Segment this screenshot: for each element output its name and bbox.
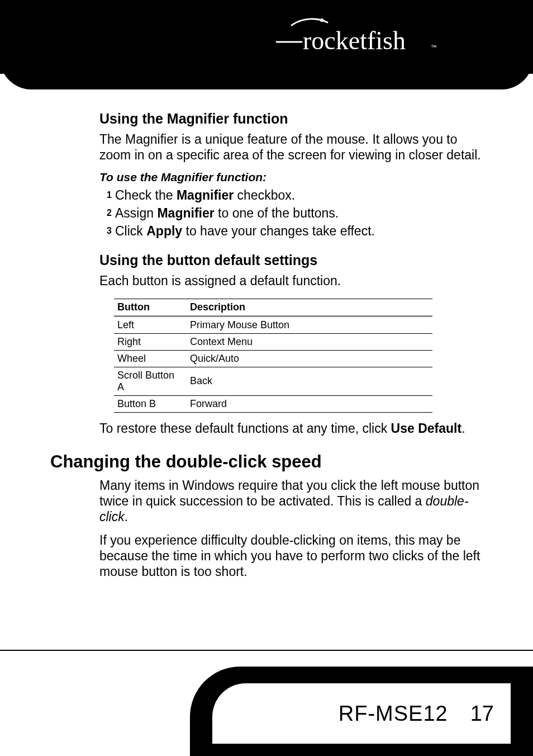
step-text: to have your changes take effect.	[182, 224, 375, 238]
page-footer: RF-MSE12 17	[0, 650, 533, 756]
table-header-row: Button Description	[114, 299, 432, 316]
logo-text: rocketfish	[303, 26, 406, 55]
step-text: Check the	[115, 188, 177, 202]
text: Many items in Windows require that you c…	[99, 478, 479, 508]
step-text: to one of the buttons.	[215, 206, 339, 220]
page: rocketfish ™ Using the Magnifier functio…	[0, 0, 533, 756]
step-2: 2 Assign Magnifier to one of the buttons…	[99, 205, 483, 222]
section-defaults: Using the button default settings Each b…	[99, 252, 483, 436]
heading-doubleclick: Changing the double-click speed	[50, 452, 483, 472]
page-header: rocketfish ™	[0, 0, 533, 74]
step-text: Click	[115, 224, 146, 238]
step-bold: Magnifier	[157, 206, 214, 220]
cell-button: Button B	[114, 395, 187, 412]
table-row: Scroll Button ABack	[114, 367, 432, 395]
heading-defaults: Using the button default settings	[99, 252, 483, 268]
table-row: WheelQuick/Auto	[114, 350, 432, 367]
page-content: Using the Magnifier function The Magnifi…	[0, 74, 533, 579]
procedure-label: To use the Magnifier function:	[99, 171, 483, 184]
cell-button: Scroll Button A	[114, 367, 187, 395]
table-default-buttons: Button Description LeftPrimary Mouse But…	[114, 299, 432, 413]
svg-point-0	[321, 19, 322, 21]
paragraph-doubleclick-2: If you experience difficulty double-clic…	[99, 532, 483, 579]
paragraph-doubleclick-1: Many items in Windows require that you c…	[99, 478, 483, 525]
paragraph-restore-defaults: To restore these default functions at an…	[99, 420, 483, 436]
text: To restore these default functions at an…	[99, 421, 391, 436]
step-3: 3 Click Apply to have your changes take …	[99, 223, 483, 240]
paragraph-magnifier-intro: The Magnifier is a unique feature of the…	[99, 131, 483, 163]
text: .	[125, 509, 128, 524]
svg-text:™: ™	[431, 44, 437, 50]
step-text: Assign	[115, 206, 157, 220]
header-curved-bottom	[0, 58, 533, 89]
cell-desc: Primary Mouse Button	[187, 316, 432, 333]
steps-magnifier: 1 Check the Magnifier checkbox. 2 Assign…	[99, 187, 483, 240]
cell-desc: Forward	[187, 395, 432, 412]
step-number: 1	[99, 190, 112, 201]
use-default-label: Use Default	[391, 421, 462, 436]
footer-inner: RF-MSE12 17	[212, 683, 511, 744]
cell-button: Wheel	[114, 350, 187, 367]
cell-button: Left	[114, 316, 187, 333]
cell-desc: Quick/Auto	[187, 350, 432, 367]
step-bold: Magnifier	[177, 188, 234, 202]
cell-desc: Context Menu	[187, 333, 432, 350]
table-row: LeftPrimary Mouse Button	[114, 316, 432, 333]
footer-model-number: RF-MSE12	[339, 702, 448, 726]
section-magnifier: Using the Magnifier function The Magnifi…	[99, 111, 483, 240]
text: .	[461, 421, 465, 436]
paragraph-defaults-intro: Each button is assigned a default functi…	[99, 273, 483, 289]
th-button: Button	[114, 299, 187, 316]
step-bold: Apply	[146, 224, 182, 238]
footer-divider	[0, 650, 533, 651]
footer-page-number: 17	[470, 702, 494, 726]
cell-button: Right	[114, 333, 187, 350]
table-row: RightContext Menu	[114, 333, 432, 350]
step-number: 2	[99, 207, 112, 219]
step-number: 3	[99, 225, 112, 237]
cell-desc: Back	[187, 367, 432, 395]
heading-magnifier: Using the Magnifier function	[99, 111, 483, 127]
th-description: Description	[187, 299, 432, 316]
step-text: checkbox.	[234, 188, 295, 202]
section-doubleclick: Many items in Windows require that you c…	[99, 478, 483, 579]
rocketfish-logo: rocketfish ™	[276, 17, 444, 63]
step-1: 1 Check the Magnifier checkbox.	[99, 187, 483, 204]
table-row: Button BForward	[114, 395, 432, 412]
